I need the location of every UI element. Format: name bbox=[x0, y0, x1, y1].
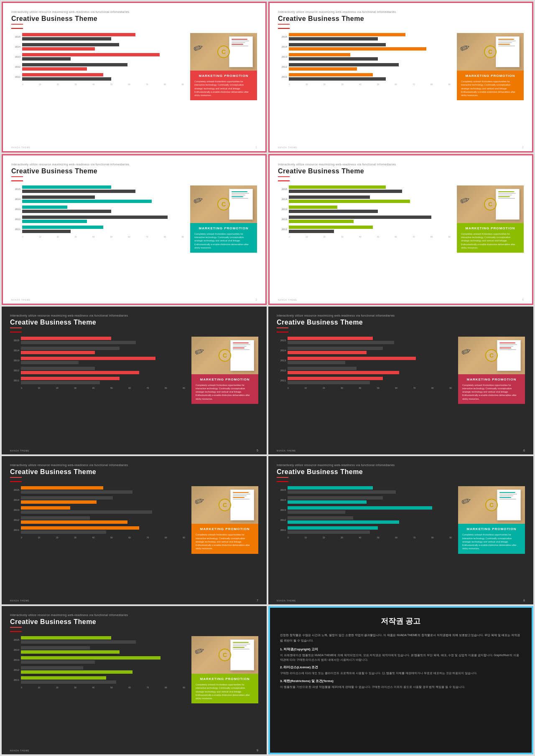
pen-icon-9: ✏ bbox=[193, 643, 206, 660]
slide-1: Interactively utilize resource maximizin… bbox=[2, 2, 267, 152]
slide-9-right: ✏ C MARKETING PROMOTION Completely unlea… bbox=[191, 636, 258, 703]
slide-3-title: Creative Business Theme bbox=[11, 167, 257, 181]
promo-text-8: Completely unleash frictionless opportun… bbox=[462, 533, 521, 550]
slide-8-image: ✏ C bbox=[458, 486, 525, 524]
logo-c: C bbox=[217, 46, 230, 58]
promo-title-9: MARKETING PROMOTION bbox=[196, 677, 254, 681]
slide-1-page: 1 bbox=[255, 146, 257, 149]
slide-4-image: ✏ C bbox=[457, 185, 524, 223]
slide-6-title: Creative Business Theme bbox=[277, 319, 525, 332]
logo-c-9: C bbox=[219, 649, 231, 661]
slide-2-right: ✏ C MARKETING PROMOTION Completely unlea… bbox=[457, 33, 524, 100]
slide-3-right: ✏ C MARKETING PROMOTION Completely unlea… bbox=[190, 185, 257, 253]
slide-4-chart: 2015 2014 2013 2012 2011 010203040506070… bbox=[278, 185, 453, 238]
copyright-section-1: 1. 저작권(Copyright) 고지 이 프레젠테이션 템플릿은 NVADA… bbox=[280, 647, 522, 662]
logo-c-8: C bbox=[485, 499, 498, 511]
axis-6: 0102030405060708090 bbox=[288, 387, 452, 389]
promo-title-3: MARKETING PROMOTION bbox=[194, 226, 253, 230]
slide-8-chart: 2015 2014 2013 2012 2011 010203040506070… bbox=[277, 486, 454, 539]
slide-7-footer: NVADA THEME bbox=[10, 599, 29, 602]
slide-5-page: 5 bbox=[257, 449, 258, 452]
slide-9-title: Creative Business Theme bbox=[10, 618, 258, 632]
paper-lines-3 bbox=[232, 191, 251, 200]
promo-text-6: Completely unleash frictionless opportun… bbox=[462, 383, 521, 401]
promo-text-9: Completely unleash frictionless opportun… bbox=[196, 683, 254, 700]
slide-5-title: Creative Business Theme bbox=[10, 319, 258, 332]
slide-7-chart: 2015 2014 2013 2012 2011 010203040506070… bbox=[10, 486, 187, 539]
axis-7: 0102030405060708090 bbox=[21, 536, 185, 539]
slide-5-subtitle: Interactively utilize resource maximizin… bbox=[10, 314, 258, 317]
copyright-section-1-text: 이 프레젠테이션 템플릿은 NVADA THEME에 의해 제작되었으며, 모든… bbox=[280, 653, 522, 662]
slide-1-promo: MARKETING PROMOTION Completely unleash f… bbox=[190, 71, 257, 100]
slide-4-title: Creative Business Theme bbox=[278, 167, 524, 181]
slide-4-promo: MARKETING PROMOTION Completely unleash f… bbox=[457, 223, 524, 253]
promo-text-2: Completely unleash frictionless opportun… bbox=[461, 80, 520, 97]
slide-2-title: Creative Business Theme bbox=[278, 15, 524, 29]
slide-3-subtitle: Interactively utilize resource maximizin… bbox=[11, 163, 257, 166]
slide-9: Interactively utilize resource maximizin… bbox=[2, 606, 267, 754]
logo-c-5: C bbox=[219, 349, 231, 362]
slide-6-image: ✏ C bbox=[458, 337, 525, 374]
slide-7-right: ✏ C MARKETING PROMOTION Completely unlea… bbox=[191, 486, 258, 553]
slide-3-footer: NVADA THEME bbox=[11, 299, 31, 301]
slide-2-content: 2015 2014 2013 2012 2011 010203040506070… bbox=[278, 33, 524, 100]
logo-c-6: C bbox=[485, 349, 498, 362]
promo-text-5: Completely unleash frictionless opportun… bbox=[196, 383, 254, 401]
slide-3-content: 2015 2014 2013 2012 2011 010203040506070… bbox=[11, 185, 257, 253]
copyright-section-3-text: 이 템플릿을 기반으로 한 파생 작업물을 제3자에게 판매할 수 없습니다. … bbox=[280, 685, 522, 689]
slide-4-right: ✏ C MARKETING PROMOTION Completely unlea… bbox=[457, 185, 524, 253]
promo-title-4: MARKETING PROMOTION bbox=[461, 226, 520, 230]
slide-7-title: Creative Business Theme bbox=[10, 468, 258, 482]
slide-6-page: 6 bbox=[523, 449, 525, 452]
slide-7: Interactively utilize resource maximizin… bbox=[2, 456, 267, 604]
slide-5-chart: 2015 2014 2013 2012 2011 010203040506070… bbox=[10, 337, 187, 389]
slide-8-subtitle: Interactively utilize resource maximizin… bbox=[277, 464, 525, 467]
slide-7-promo: MARKETING PROMOTION Completely unleash f… bbox=[191, 524, 258, 553]
slide-6-right: ✏ C MARKETING PROMOTION Completely unlea… bbox=[458, 337, 525, 404]
logo-c-2: C bbox=[484, 46, 497, 58]
logo-c-4: C bbox=[484, 198, 497, 211]
promo-title-7: MARKETING PROMOTION bbox=[196, 527, 254, 531]
copyright-section-2-text: 구매한 라이선스에 따라 개인 또는 클라이언트 프로젝트에 사용할 수 있습니… bbox=[280, 671, 522, 675]
slide-8: Interactively utilize resource maximizin… bbox=[268, 456, 533, 604]
copyright-section-1-title: 1. 저작권(Copyright) 고지 bbox=[280, 647, 522, 652]
logo-c-3: C bbox=[217, 198, 230, 211]
slide-2: Interactively utilize resource maximizin… bbox=[268, 2, 533, 152]
promo-text-4: Completely unleash frictionless opportun… bbox=[461, 232, 520, 249]
slide-4: Interactively utilize resource maximizin… bbox=[268, 154, 533, 305]
slide-7-image: ✏ C bbox=[191, 486, 258, 524]
axis-3: 0102030405060708090 bbox=[22, 236, 184, 238]
slide-1-subtitle: Interactively utilize resource maximizin… bbox=[11, 10, 257, 13]
slide-9-promo: MARKETING PROMOTION Completely unleash f… bbox=[191, 674, 258, 703]
slide-1-image: ✏ C bbox=[190, 33, 257, 71]
copyright-intro: 진정한 창작물은 수많은 시간과 노력, 열정이 담긴 소중한 작업의 결과물입… bbox=[280, 633, 522, 643]
paper-lines bbox=[232, 39, 251, 47]
promo-title-1: MARKETING PROMOTION bbox=[194, 74, 253, 78]
paper-lines-8 bbox=[499, 492, 519, 500]
promo-title-5: MARKETING PROMOTION bbox=[196, 378, 254, 381]
slide-8-content: 2015 2014 2013 2012 2011 010203040506070… bbox=[277, 486, 525, 553]
slide-3-promo: MARKETING PROMOTION Completely unleash f… bbox=[190, 223, 257, 253]
slide-6-promo: MARKETING PROMOTION Completely unleash f… bbox=[458, 374, 525, 404]
slide-3-image: ✏ C bbox=[190, 185, 257, 223]
paper-lines-4 bbox=[498, 191, 518, 200]
slide-3-chart: 2015 2014 2013 2012 2011 010203040506070… bbox=[11, 185, 186, 238]
promo-title-2: MARKETING PROMOTION bbox=[461, 74, 520, 78]
slide-6-content: 2015 2014 2013 2012 2011 010203040506070… bbox=[277, 337, 525, 404]
slide-2-chart: 2015 2014 2013 2012 2011 010203040506070… bbox=[278, 33, 453, 86]
slide-2-page: 2 bbox=[522, 146, 524, 149]
promo-title-8: MARKETING PROMOTION bbox=[462, 527, 521, 531]
slide-8-page: 8 bbox=[523, 599, 525, 602]
slide-6-subtitle: Interactively utilize resource maximizin… bbox=[277, 314, 525, 317]
slide-3: Interactively utilize resource maximizin… bbox=[2, 154, 267, 305]
slide-8-promo: MARKETING PROMOTION Completely unleash f… bbox=[458, 524, 525, 553]
axis-4: 0102030405060708090 bbox=[289, 236, 451, 238]
slide-5-image: ✏ C bbox=[191, 337, 258, 374]
paper-lines-7 bbox=[233, 492, 252, 500]
slide-9-chart: 2015 2014 2013 2012 2011 010203040506070… bbox=[10, 636, 187, 689]
slide-6: Interactively utilize resource maximizin… bbox=[268, 307, 533, 455]
slide-6-footer: NVADA THEME bbox=[277, 449, 296, 452]
copyright-section-3: 3. 제한(Restrictions) 및 조건(Terms) 이 템플릿을 기… bbox=[280, 679, 522, 689]
paper-lines-6 bbox=[499, 342, 519, 351]
pen-icon: ✏ bbox=[191, 40, 205, 56]
